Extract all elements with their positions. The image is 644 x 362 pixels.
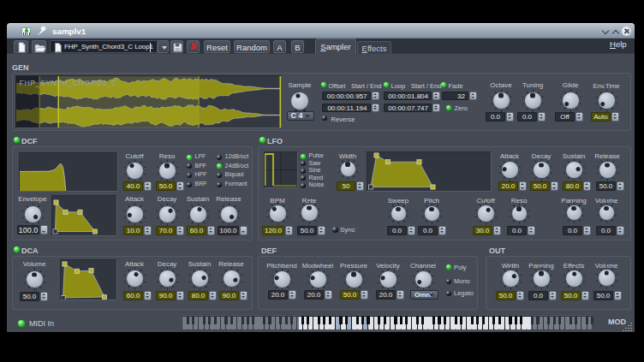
svg-text:FHP_SYNTH_CHORD3_C: FHP_SYNTH_CHORD3_C [20,79,118,87]
